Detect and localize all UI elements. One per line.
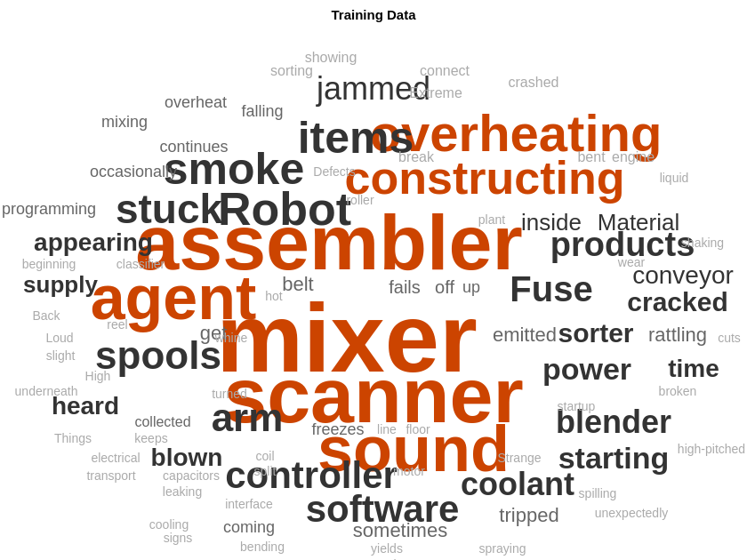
word-spraying: spraying xyxy=(479,542,526,555)
word-defects: Defects xyxy=(313,165,355,178)
word-continues: continues xyxy=(159,139,228,155)
word-bent: bent xyxy=(577,150,605,164)
word-engine: engine xyxy=(612,150,655,164)
word-extreme: Extreme xyxy=(409,86,462,100)
word-signs: signs xyxy=(164,532,193,544)
word-plant: plant xyxy=(478,213,505,226)
word-starting: starting xyxy=(558,443,670,473)
word-roller: roller xyxy=(346,194,374,206)
word-off: off xyxy=(435,278,454,296)
word-stuck: stuck xyxy=(116,188,222,229)
word-crashed: crashed xyxy=(509,76,559,90)
word-wear: wear xyxy=(618,256,645,268)
word-startup: startup xyxy=(558,400,596,412)
word-high-pitched: high-pitched xyxy=(678,443,745,455)
word-cracked: cracked xyxy=(627,289,727,316)
word-transport: transport xyxy=(86,469,135,482)
word-underneath: underneath xyxy=(15,385,78,397)
word-fuse: Fuse xyxy=(510,271,592,307)
word-supply: supply xyxy=(23,273,98,296)
word-items: items xyxy=(298,116,414,160)
word-power: power xyxy=(542,354,631,384)
word-high: High xyxy=(85,370,111,382)
word-electrical: electrical xyxy=(91,452,140,464)
word-beginning: beginning xyxy=(22,258,76,270)
word-bending: bending xyxy=(240,540,285,553)
word-break: break xyxy=(398,150,434,164)
word-cuts: cuts xyxy=(718,332,741,344)
word-showing: showing xyxy=(305,51,357,65)
word-freezes: freezes xyxy=(311,421,364,437)
word-whine: whine xyxy=(215,332,248,344)
word-split: split xyxy=(254,465,277,477)
word-floor: floor xyxy=(406,423,430,436)
word-interface: interface xyxy=(225,498,273,510)
word-tripped: tripped xyxy=(499,506,558,525)
word-arm: arm xyxy=(212,398,284,437)
word-programming: programming xyxy=(2,201,96,217)
word-unexpectedly: unexpectedly xyxy=(595,507,669,519)
word-shaking: shaking xyxy=(681,236,724,249)
word-leaking: leaking xyxy=(163,485,202,498)
word-conveyor: conveyor xyxy=(632,263,734,288)
word-reel: reel xyxy=(107,318,127,331)
word-cloud: mixerassemblerscannersoundagentoverheati… xyxy=(0,22,747,556)
word-fails: fails xyxy=(389,278,421,296)
word-capacitors: capacitors xyxy=(163,469,220,482)
word-inside: inside xyxy=(521,211,582,234)
word-motor: motor xyxy=(393,465,425,477)
word-collected: collected xyxy=(134,415,190,429)
word-classifier: classifier xyxy=(116,258,165,270)
word-belt: belt xyxy=(282,275,313,294)
word-sorting: sorting xyxy=(270,64,313,78)
word-occasionally: occasionally xyxy=(90,164,177,180)
word-mixing: mixing xyxy=(101,114,148,130)
word-appearing: appearing xyxy=(34,230,153,255)
word-things: Things xyxy=(54,432,92,444)
word-emitted: emitted xyxy=(493,325,557,345)
word-overheat: overheat xyxy=(165,94,227,110)
word-back: Back xyxy=(32,309,60,322)
word-loud: Loud xyxy=(45,332,73,344)
title: Training Data xyxy=(0,0,747,22)
word-hot: hot xyxy=(265,290,282,302)
word-rattling: rattling xyxy=(648,325,707,345)
word-blown: blown xyxy=(151,445,223,470)
word-line: line xyxy=(377,423,397,436)
word-turned: turned xyxy=(212,388,247,400)
word-sometimes: sometimes xyxy=(353,521,447,540)
word-material: Material xyxy=(598,211,679,234)
word-coming: coming xyxy=(223,519,275,535)
word-spilling: spilling xyxy=(579,487,617,500)
word-cooling: cooling xyxy=(149,518,189,531)
word-falling: falling xyxy=(241,103,283,119)
word-keeps: keeps xyxy=(134,432,167,444)
word-broken: broken xyxy=(659,385,697,397)
word-strange: Strange xyxy=(497,452,541,464)
word-liquid: liquid xyxy=(660,172,689,184)
word-time: time xyxy=(668,356,719,381)
word-up: up xyxy=(462,279,480,295)
word-connect: connect xyxy=(420,64,470,78)
word-sorter: sorter xyxy=(558,320,633,347)
word-coil: coil xyxy=(255,450,274,462)
word-yields: yields xyxy=(371,542,403,555)
word-slight: slight xyxy=(46,349,76,362)
